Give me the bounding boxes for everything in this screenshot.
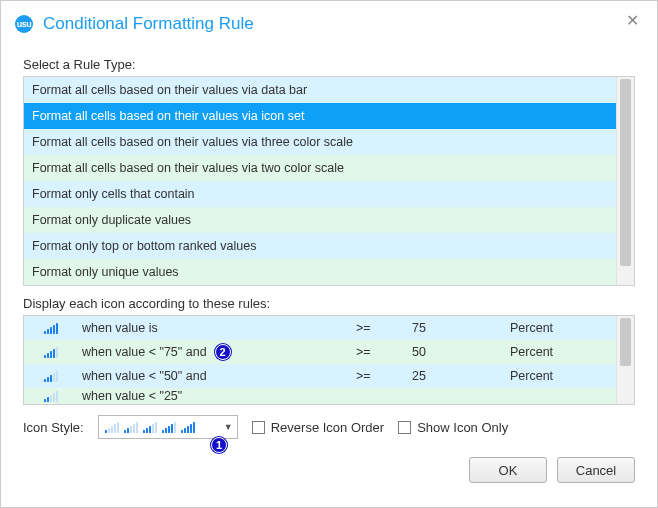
rule-type-item[interactable]: Format only cells that contain	[24, 181, 616, 207]
rule-type: Percent	[502, 345, 616, 359]
signal-bars-icon	[24, 346, 78, 358]
select-rule-type-label: Select a Rule Type:	[23, 57, 635, 72]
signal-bars-icon	[24, 390, 78, 402]
rule-type-item[interactable]: Format all cells based on their values v…	[24, 155, 616, 181]
app-icon: usu	[15, 15, 33, 33]
icon-style-label: Icon Style:	[23, 420, 84, 435]
show-icon-only-checkbox[interactable]: Show Icon Only	[398, 420, 508, 435]
rule-type-item-selected[interactable]: Format all cells based on their values v…	[24, 103, 616, 129]
close-icon[interactable]: ✕	[620, 11, 645, 31]
icon-style-select[interactable]: ▼	[98, 415, 238, 439]
rule-type-item[interactable]: Format only duplicate values	[24, 207, 616, 233]
options-row: Icon Style: ▼ Reverse Icon Order Show Ic…	[23, 415, 635, 439]
rule-type-scrollbar[interactable]	[616, 77, 634, 285]
display-rules-label: Display each icon according to these rul…	[23, 296, 635, 311]
checkbox-box	[398, 421, 411, 434]
icon-rule-row[interactable]: when value < "25"	[24, 388, 616, 404]
rule-condition: when value is	[82, 321, 158, 335]
rule-type-item[interactable]: Format only top or bottom ranked values	[24, 233, 616, 259]
marker-1: 1	[211, 437, 227, 453]
rule-type: Percent	[502, 321, 616, 335]
titlebar: usu Conditional Formatting Rule ✕	[1, 1, 657, 47]
dialog-content: Select a Rule Type: Format all cells bas…	[1, 47, 657, 507]
icon-rules-list[interactable]: when value is >= 75 Percent when value <…	[24, 316, 616, 404]
rule-operator: >=	[356, 321, 412, 335]
checkbox-label: Reverse Icon Order	[271, 420, 384, 435]
rule-type-list[interactable]: Format all cells based on their values v…	[24, 77, 616, 285]
marker-2: 2	[215, 344, 231, 360]
icon-style-preview	[105, 421, 195, 433]
ok-button[interactable]: OK	[469, 457, 547, 483]
dialog-window: usu Conditional Formatting Rule ✕ Select…	[0, 0, 658, 508]
dialog-buttons: OK Cancel	[23, 457, 635, 483]
rule-condition: when value < "25"	[82, 389, 182, 403]
rule-value: 75	[412, 321, 502, 335]
reverse-icon-order-checkbox[interactable]: Reverse Icon Order	[252, 420, 384, 435]
rule-type-item[interactable]: Format only unique values	[24, 259, 616, 285]
rule-condition: when value < "50" and	[82, 369, 207, 383]
window-title: Conditional Formatting Rule	[43, 14, 254, 34]
rule-operator: >=	[356, 345, 412, 359]
rule-value: 25	[412, 369, 502, 383]
checkbox-label: Show Icon Only	[417, 420, 508, 435]
icon-rule-row[interactable]: when value < "75" and 2 >= 50 Percent	[24, 340, 616, 364]
icon-rules-wrap: when value is >= 75 Percent when value <…	[23, 315, 635, 405]
icon-rules-scrollbar[interactable]	[616, 316, 634, 404]
rule-type-item[interactable]: Format all cells based on their values v…	[24, 77, 616, 103]
signal-bars-icon	[24, 370, 78, 382]
icon-rule-row[interactable]: when value < "50" and >= 25 Percent	[24, 364, 616, 388]
rule-type-item[interactable]: Format all cells based on their values v…	[24, 129, 616, 155]
rule-condition: when value < "75" and	[82, 345, 207, 359]
icon-rule-row[interactable]: when value is >= 75 Percent	[24, 316, 616, 340]
rule-type: Percent	[502, 369, 616, 383]
chevron-down-icon: ▼	[224, 422, 233, 432]
cancel-button[interactable]: Cancel	[557, 457, 635, 483]
checkbox-box	[252, 421, 265, 434]
rule-type-list-wrap: Format all cells based on their values v…	[23, 76, 635, 286]
rule-value: 50	[412, 345, 502, 359]
signal-bars-icon	[24, 322, 78, 334]
rule-operator: >=	[356, 369, 412, 383]
